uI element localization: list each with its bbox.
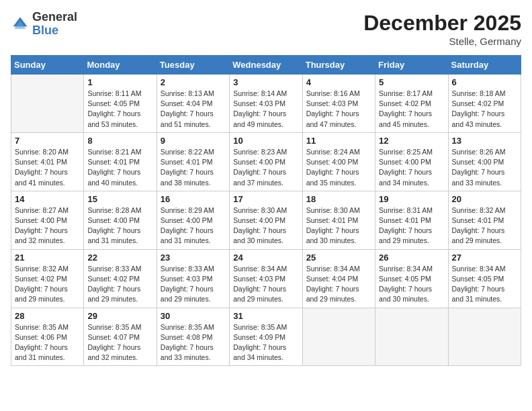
- day-number: 12: [379, 136, 444, 146]
- day-cell: 31Sunrise: 8:35 AMSunset: 4:09 PMDayligh…: [230, 308, 302, 366]
- day-cell: 19Sunrise: 8:31 AMSunset: 4:01 PMDayligh…: [375, 191, 448, 249]
- day-header-monday: Monday: [84, 56, 157, 75]
- day-cell: 22Sunrise: 8:33 AMSunset: 4:02 PMDayligh…: [84, 249, 157, 308]
- day-info: Sunrise: 8:11 AMSunset: 4:05 PMDaylight:…: [87, 89, 152, 130]
- day-header-saturday: Saturday: [448, 56, 521, 75]
- day-cell: 3Sunrise: 8:14 AMSunset: 4:03 PMDaylight…: [230, 75, 302, 133]
- day-cell: 10Sunrise: 8:23 AMSunset: 4:00 PMDayligh…: [230, 132, 302, 191]
- day-info: Sunrise: 8:23 AMSunset: 4:00 PMDaylight:…: [233, 147, 298, 188]
- day-info: Sunrise: 8:34 AMSunset: 4:04 PMDaylight:…: [306, 264, 371, 305]
- day-cell: 23Sunrise: 8:33 AMSunset: 4:03 PMDayligh…: [157, 249, 229, 308]
- day-number: 13: [452, 136, 517, 146]
- day-cell: 4Sunrise: 8:16 AMSunset: 4:03 PMDaylight…: [302, 75, 375, 133]
- day-cell: 16Sunrise: 8:29 AMSunset: 4:00 PMDayligh…: [157, 191, 229, 249]
- day-number: 8: [87, 136, 152, 146]
- day-info: Sunrise: 8:16 AMSunset: 4:03 PMDaylight:…: [306, 89, 371, 130]
- day-cell: 20Sunrise: 8:32 AMSunset: 4:01 PMDayligh…: [448, 191, 521, 249]
- logo: General Blue: [11, 11, 77, 38]
- day-cell: 11Sunrise: 8:24 AMSunset: 4:00 PMDayligh…: [302, 132, 375, 191]
- day-number: 29: [87, 311, 152, 321]
- day-info: Sunrise: 8:27 AMSunset: 4:00 PMDaylight:…: [15, 205, 80, 246]
- day-info: Sunrise: 8:28 AMSunset: 4:00 PMDaylight:…: [87, 205, 152, 246]
- day-number: 6: [452, 77, 517, 87]
- logo-blue-text: Blue: [32, 24, 58, 37]
- day-info: Sunrise: 8:30 AMSunset: 4:01 PMDaylight:…: [306, 205, 371, 246]
- day-number: 7: [15, 136, 80, 146]
- day-number: 19: [379, 194, 444, 204]
- week-row-4: 21Sunrise: 8:32 AMSunset: 4:02 PMDayligh…: [11, 249, 521, 308]
- day-number: 5: [379, 77, 444, 87]
- day-number: 14: [15, 194, 80, 204]
- days-header-row: SundayMondayTuesdayWednesdayThursdayFrid…: [11, 56, 521, 75]
- day-number: 3: [233, 77, 298, 87]
- day-cell: 15Sunrise: 8:28 AMSunset: 4:00 PMDayligh…: [84, 191, 157, 249]
- day-cell: 6Sunrise: 8:18 AMSunset: 4:02 PMDaylight…: [448, 75, 521, 133]
- day-info: Sunrise: 8:34 AMSunset: 4:05 PMDaylight:…: [379, 264, 444, 305]
- day-info: Sunrise: 8:29 AMSunset: 4:00 PMDaylight:…: [161, 205, 226, 246]
- day-number: 15: [87, 194, 152, 204]
- calendar-subtitle: Stelle, Germany: [363, 36, 521, 47]
- title-block: December 2025 Stelle, Germany: [363, 11, 521, 47]
- day-cell: 29Sunrise: 8:35 AMSunset: 4:07 PMDayligh…: [84, 308, 157, 366]
- day-header-sunday: Sunday: [11, 56, 84, 75]
- day-header-tuesday: Tuesday: [157, 56, 229, 75]
- day-info: Sunrise: 8:35 AMSunset: 4:06 PMDaylight:…: [15, 322, 80, 363]
- day-cell: 26Sunrise: 8:34 AMSunset: 4:05 PMDayligh…: [375, 249, 448, 308]
- day-info: Sunrise: 8:34 AMSunset: 4:05 PMDaylight:…: [452, 264, 517, 305]
- day-info: Sunrise: 8:22 AMSunset: 4:01 PMDaylight:…: [161, 147, 226, 188]
- day-number: 10: [233, 136, 298, 146]
- day-number: 25: [306, 253, 371, 263]
- day-info: Sunrise: 8:25 AMSunset: 4:00 PMDaylight:…: [379, 147, 444, 188]
- day-cell: [375, 308, 448, 366]
- day-cell: 9Sunrise: 8:22 AMSunset: 4:01 PMDaylight…: [157, 132, 229, 191]
- day-cell: [302, 308, 375, 366]
- day-info: Sunrise: 8:20 AMSunset: 4:01 PMDaylight:…: [15, 147, 80, 188]
- logo-general-text: General: [32, 10, 77, 24]
- day-info: Sunrise: 8:35 AMSunset: 4:07 PMDaylight:…: [87, 322, 152, 363]
- day-number: 9: [161, 136, 226, 146]
- day-info: Sunrise: 8:35 AMSunset: 4:09 PMDaylight:…: [233, 322, 298, 363]
- day-number: 24: [233, 253, 298, 263]
- day-info: Sunrise: 8:24 AMSunset: 4:00 PMDaylight:…: [306, 147, 371, 188]
- day-info: Sunrise: 8:18 AMSunset: 4:02 PMDaylight:…: [452, 89, 517, 130]
- week-row-5: 28Sunrise: 8:35 AMSunset: 4:06 PMDayligh…: [11, 308, 521, 366]
- day-cell: [448, 308, 521, 366]
- day-header-friday: Friday: [375, 56, 448, 75]
- day-info: Sunrise: 8:31 AMSunset: 4:01 PMDaylight:…: [379, 205, 444, 246]
- day-header-thursday: Thursday: [302, 56, 375, 75]
- week-row-3: 14Sunrise: 8:27 AMSunset: 4:00 PMDayligh…: [11, 191, 521, 249]
- day-number: 1: [87, 77, 152, 87]
- week-row-2: 7Sunrise: 8:20 AMSunset: 4:01 PMDaylight…: [11, 132, 521, 191]
- day-info: Sunrise: 8:33 AMSunset: 4:02 PMDaylight:…: [87, 264, 152, 305]
- day-info: Sunrise: 8:32 AMSunset: 4:01 PMDaylight:…: [452, 205, 517, 246]
- day-cell: 27Sunrise: 8:34 AMSunset: 4:05 PMDayligh…: [448, 249, 521, 308]
- day-number: 28: [15, 311, 80, 321]
- day-cell: 1Sunrise: 8:11 AMSunset: 4:05 PMDaylight…: [84, 75, 157, 133]
- week-row-1: 1Sunrise: 8:11 AMSunset: 4:05 PMDaylight…: [11, 75, 521, 133]
- day-cell: 21Sunrise: 8:32 AMSunset: 4:02 PMDayligh…: [11, 249, 84, 308]
- day-info: Sunrise: 8:17 AMSunset: 4:02 PMDaylight:…: [379, 89, 444, 130]
- day-number: 18: [306, 194, 371, 204]
- calendar-table: SundayMondayTuesdayWednesdayThursdayFrid…: [11, 55, 521, 366]
- logo-text: General Blue: [32, 11, 77, 38]
- day-info: Sunrise: 8:21 AMSunset: 4:01 PMDaylight:…: [87, 147, 152, 188]
- day-number: 11: [306, 136, 371, 146]
- day-cell: 14Sunrise: 8:27 AMSunset: 4:00 PMDayligh…: [11, 191, 84, 249]
- day-cell: 7Sunrise: 8:20 AMSunset: 4:01 PMDaylight…: [11, 132, 84, 191]
- day-number: 17: [233, 194, 298, 204]
- day-info: Sunrise: 8:35 AMSunset: 4:08 PMDaylight:…: [161, 322, 226, 363]
- day-cell: 2Sunrise: 8:13 AMSunset: 4:04 PMDaylight…: [157, 75, 229, 133]
- day-number: 2: [161, 77, 226, 87]
- day-number: 21: [15, 253, 80, 263]
- logo-icon: [11, 15, 30, 34]
- day-cell: 28Sunrise: 8:35 AMSunset: 4:06 PMDayligh…: [11, 308, 84, 366]
- day-cell: 25Sunrise: 8:34 AMSunset: 4:04 PMDayligh…: [302, 249, 375, 308]
- day-cell: 18Sunrise: 8:30 AMSunset: 4:01 PMDayligh…: [302, 191, 375, 249]
- day-info: Sunrise: 8:13 AMSunset: 4:04 PMDaylight:…: [161, 89, 226, 130]
- day-info: Sunrise: 8:34 AMSunset: 4:03 PMDaylight:…: [233, 264, 298, 305]
- day-number: 20: [452, 194, 517, 204]
- day-number: 30: [161, 311, 226, 321]
- day-number: 31: [233, 311, 298, 321]
- day-info: Sunrise: 8:33 AMSunset: 4:03 PMDaylight:…: [161, 264, 226, 305]
- day-info: Sunrise: 8:30 AMSunset: 4:00 PMDaylight:…: [233, 205, 298, 246]
